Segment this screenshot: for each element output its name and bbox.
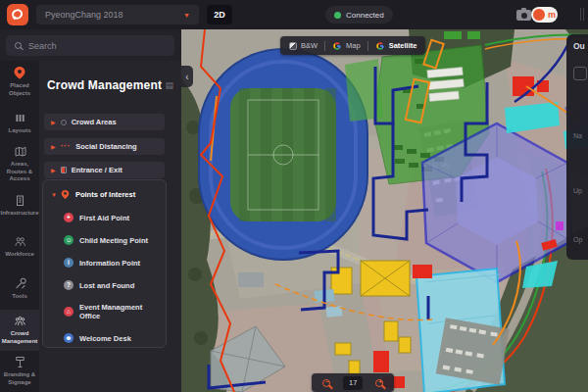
sidebar-item-branding-signage[interactable]: Branding & Signage (0, 351, 39, 392)
map-viewport: ‹ B&W Map Satellite − 17 + Ou (181, 29, 588, 392)
section-entrance-exit[interactable]: ▶ Entrance / Exit (44, 162, 165, 178)
welcome-desk-icon: ☻ (64, 333, 74, 343)
sidebar-item-layouts[interactable]: Layouts (0, 102, 39, 143)
child-meeting-icon: ☺ (64, 235, 74, 245)
mode-2d-button[interactable]: 2D (207, 5, 232, 24)
status-dot-icon (334, 12, 341, 19)
map-style-bw[interactable]: B&W (289, 41, 318, 50)
crowd-icon (14, 315, 26, 327)
poi-first-aid-point[interactable]: + First Aid Point (51, 213, 158, 222)
camera-icon[interactable] (516, 10, 531, 21)
sidebar-item-areas-routes-access[interactable]: Areas, Routes & Access (0, 144, 39, 185)
divider (368, 41, 368, 51)
chevron-left-icon: ‹ (185, 72, 188, 82)
map-style-map[interactable]: Map (332, 41, 361, 51)
circle-icon (61, 120, 67, 125)
panel-icon-placeholder (573, 67, 587, 80)
crowd-management-panel: Crowd Management ▤ ▶ Crowd Areas ▶ Socia… (39, 61, 181, 392)
map-canvas[interactable] (181, 29, 588, 392)
caret-right-icon: ▶ (51, 168, 56, 173)
sidebar-item-placed-objects[interactable]: Placed Objects (0, 61, 39, 102)
event-selector-value: PyeongChang 2018 (45, 10, 123, 20)
zoom-out-icon[interactable]: − (322, 379, 330, 387)
connection-status: Connected (325, 6, 393, 24)
chevron-down-icon: ▼ (183, 12, 190, 19)
caret-right-icon: ▶ (51, 120, 56, 125)
poi-welcome-desk[interactable]: ☻ Welcome Desk (51, 333, 158, 343)
section-crowd-areas[interactable]: ▶ Crowd Areas (44, 114, 165, 130)
topbar: PyeongChang 2018 ▼ 2D Connected m (0, 0, 588, 29)
layouts-icon (14, 112, 26, 124)
poi-event-management-office[interactable]: ⌂ Event Managment Office (51, 303, 158, 320)
nav-rail: Placed Objects Layouts Areas, Routes & A… (0, 61, 39, 392)
bw-icon (289, 42, 297, 50)
tools-icon (14, 277, 26, 290)
map-style-satellite[interactable]: Satellite (375, 41, 417, 51)
zoom-level: 17 (343, 376, 363, 390)
search-input[interactable]: Search (6, 35, 174, 56)
information-icon: i (64, 258, 74, 268)
panel-title: Crowd Management (47, 78, 162, 92)
event-office-icon: ⌂ (64, 307, 74, 317)
panel-menu-icon[interactable]: ▤ (165, 80, 173, 90)
panel-collapse-button[interactable]: ‹ (181, 66, 193, 87)
sidebar-item-workforce[interactable]: Workforce (0, 226, 39, 268)
section-social-distancing[interactable]: ▶ Social Distancing (44, 138, 165, 155)
caret-right-icon: ▶ (51, 144, 56, 150)
poi-lost-and-found[interactable]: ? Lost and Found (51, 280, 158, 290)
event-selector[interactable]: PyeongChang 2018 ▼ (36, 5, 199, 24)
first-aid-icon: + (64, 213, 74, 222)
points-of-interest-group: ▼ Points of Interest + First Aid Point ☺… (42, 179, 167, 348)
zoom-in-icon[interactable]: + (375, 379, 383, 387)
app-root: PyeongChang 2018 ▼ 2D Connected m Search… (0, 0, 588, 392)
right-panel-partial[interactable]: Ou Na Up Op (566, 34, 588, 260)
areas-routes-icon (14, 145, 26, 158)
topbar-divider (580, 8, 584, 21)
map-pin-icon (13, 66, 26, 79)
sidebar-item-crowd-management[interactable]: Crowd Management (0, 310, 39, 351)
caret-down-icon: ▼ (51, 192, 57, 198)
infrastructure-icon (14, 194, 26, 207)
zoom-controls: − 17 + (312, 373, 394, 392)
poi-child-meeting-point[interactable]: ☺ Child Meeting Point (51, 235, 158, 245)
google-icon (332, 41, 342, 51)
search-placeholder: Search (28, 41, 57, 51)
dots-icon (61, 145, 72, 148)
avatar-dot (532, 8, 546, 22)
search-icon (15, 42, 22, 49)
gate-icon (61, 167, 67, 173)
workforce-icon (14, 235, 26, 248)
sidebar-item-infrastructure[interactable]: Infrastructure (0, 185, 39, 226)
map-pin-icon (61, 189, 70, 200)
brand-swirl-icon (10, 7, 25, 23)
map-style-switcher: B&W Map Satellite (280, 36, 425, 55)
signage-icon (14, 356, 26, 368)
section-points-of-interest[interactable]: ▼ Points of Interest (51, 189, 158, 200)
divider (324, 41, 325, 51)
avatar-initial: m (548, 10, 556, 20)
avatar[interactable]: m (531, 7, 558, 23)
connection-label: Connected (346, 11, 384, 20)
sidebar-item-tools[interactable]: Tools (0, 268, 39, 309)
lost-found-icon: ? (64, 280, 74, 290)
poi-information-point[interactable]: i Information Point (51, 258, 158, 268)
google-icon (375, 41, 385, 51)
app-logo[interactable] (7, 4, 28, 25)
search-strip: Search (0, 29, 181, 61)
